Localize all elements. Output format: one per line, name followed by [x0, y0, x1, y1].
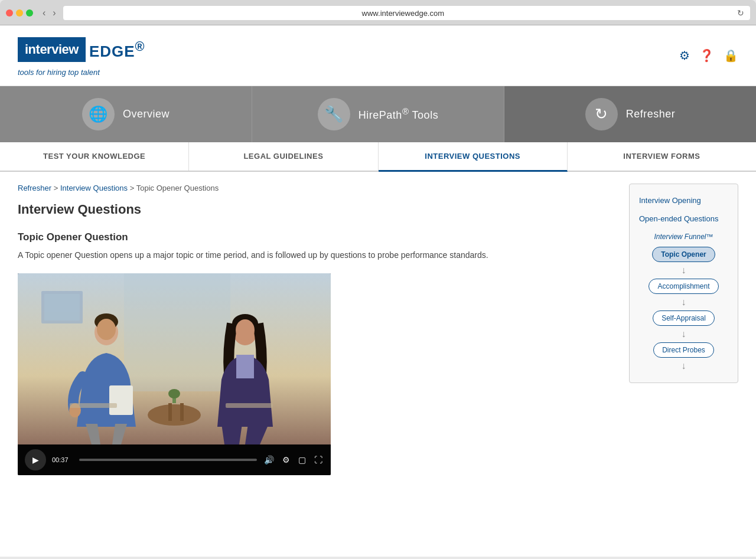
- logo-edge: EDGE®: [86, 34, 149, 66]
- sidebar: Interview Opening Open-ended Questions I…: [629, 184, 738, 475]
- svg-rect-13: [109, 385, 133, 415]
- settings-icon[interactable]: ⚙: [679, 48, 690, 63]
- section-title: Topic Opener Question: [18, 231, 617, 243]
- svg-rect-5: [168, 403, 172, 421]
- funnel-node-direct-probes[interactable]: Direct Probes: [653, 342, 714, 358]
- sidebar-link-open-ended[interactable]: Open-ended Questions: [630, 210, 738, 228]
- video-frame[interactable]: [18, 273, 331, 444]
- page-title: Interview Questions: [18, 202, 617, 217]
- browser-window-controls: [6, 9, 33, 17]
- video-time: 00:37: [52, 456, 73, 463]
- header: interview EDGE® tools for hiring top tal…: [0, 25, 756, 86]
- sidebar-panel: Interview Opening Open-ended Questions I…: [629, 184, 738, 383]
- svg-point-8: [168, 389, 180, 398]
- svg-rect-17: [236, 355, 254, 378]
- svg-rect-3: [124, 273, 230, 391]
- url-display: www.interviewedge.com: [69, 9, 737, 18]
- svg-point-4: [148, 404, 201, 426]
- funnel-arrow-3: ↓: [682, 329, 686, 339]
- sidebar-link-interview-opening[interactable]: Interview Opening: [630, 191, 738, 210]
- video-controls: ▶ 00:37 🔊 ⚙ ▢ ⛶: [18, 444, 331, 475]
- overview-icon: 🌐: [82, 98, 115, 130]
- tab-test-knowledge[interactable]: TEST YOUR KNOWLEDGE: [0, 142, 189, 171]
- logo-area: interview EDGE® tools for hiring top tal…: [18, 34, 149, 77]
- minimize-dot[interactable]: [16, 9, 23, 17]
- tab-interview-forms[interactable]: INTERVIEW FORMS: [568, 142, 756, 171]
- funnel-node-self-appraisal[interactable]: Self-Appraisal: [653, 310, 715, 326]
- content-area: Refresher > Interview Questions > Topic …: [0, 172, 756, 487]
- svg-point-16: [236, 319, 255, 341]
- svg-rect-6: [180, 403, 184, 421]
- settings-video-icon[interactable]: ⚙: [281, 454, 291, 466]
- address-bar[interactable]: www.interviewedge.com ↻: [63, 6, 750, 20]
- nav-overview-label: Overview: [123, 108, 170, 120]
- refresh-button[interactable]: ↻: [737, 8, 744, 18]
- maximize-dot[interactable]: [26, 9, 33, 17]
- video-player: ▶ 00:37 🔊 ⚙ ▢ ⛶: [18, 273, 331, 475]
- funnel-arrow-1: ↓: [682, 266, 686, 275]
- svg-point-11: [97, 319, 116, 340]
- nav-hirepath-label: HirePath® Tools: [359, 106, 438, 122]
- video-progress-bar[interactable]: [79, 459, 257, 461]
- svg-rect-18: [70, 403, 117, 408]
- breadcrumb: Refresher > Interview Questions > Topic …: [18, 184, 617, 192]
- lock-icon[interactable]: 🔒: [724, 48, 738, 63]
- browser-nav-buttons: ‹ ›: [40, 6, 58, 19]
- nav-refresher-label: Refresher: [626, 108, 676, 120]
- video-scene: [18, 273, 331, 444]
- header-icons: ⚙ ❓ 🔒: [679, 48, 738, 63]
- logo-tagline: tools for hiring top talent: [18, 68, 149, 77]
- breadcrumb-refresher[interactable]: Refresher: [18, 184, 51, 192]
- nav-overview[interactable]: 🌐 Overview: [0, 86, 252, 142]
- breadcrumb-interview-questions[interactable]: Interview Questions: [60, 184, 128, 192]
- help-icon[interactable]: ❓: [699, 48, 714, 63]
- fullscreen-icon[interactable]: ⛶: [313, 454, 324, 466]
- funnel-node-accomplishment[interactable]: Accomplishment: [649, 279, 718, 294]
- funnel-diagram: Interview Funnel™ Topic Opener ↓ Accompl…: [630, 228, 738, 375]
- logo-box: interview EDGE®: [18, 34, 149, 66]
- forward-button[interactable]: ›: [50, 6, 58, 19]
- tab-interview-questions[interactable]: INTERVIEW QUESTIONS: [379, 142, 568, 172]
- main-navigation: 🌐 Overview 🔧 HirePath® Tools ↻ Refresher: [0, 86, 756, 142]
- sub-tabs: TEST YOUR KNOWLEDGE LEGAL GUIDELINES INT…: [0, 142, 756, 172]
- funnel-arrow-2: ↓: [682, 298, 686, 307]
- play-button[interactable]: ▶: [25, 449, 46, 470]
- refresher-icon: ↻: [585, 98, 618, 130]
- logo-interview: interview: [18, 37, 86, 62]
- funnel-label: Interview Funnel™: [654, 233, 713, 241]
- svg-rect-2: [44, 294, 80, 321]
- svg-rect-19: [226, 403, 273, 408]
- section-description: A Topic opener Question opens up a major…: [18, 249, 617, 261]
- app-window: interview EDGE® tools for hiring top tal…: [0, 25, 756, 557]
- funnel-arrow-4: ↓: [682, 361, 686, 371]
- browser-chrome: ‹ › www.interviewedge.com ↻: [0, 0, 756, 25]
- hirepath-icon: 🔧: [318, 98, 350, 130]
- volume-icon[interactable]: 🔊: [263, 454, 275, 466]
- funnel-node-topic-opener[interactable]: Topic Opener: [652, 247, 715, 262]
- nav-refresher[interactable]: ↻ Refresher: [504, 86, 756, 142]
- captions-icon[interactable]: ▢: [297, 454, 307, 466]
- close-dot[interactable]: [6, 9, 13, 17]
- main-content: Refresher > Interview Questions > Topic …: [18, 184, 617, 475]
- nav-hirepath[interactable]: 🔧 HirePath® Tools: [252, 86, 504, 142]
- back-button[interactable]: ‹: [40, 6, 48, 19]
- tab-legal-guidelines[interactable]: LEGAL GUIDELINES: [189, 142, 378, 171]
